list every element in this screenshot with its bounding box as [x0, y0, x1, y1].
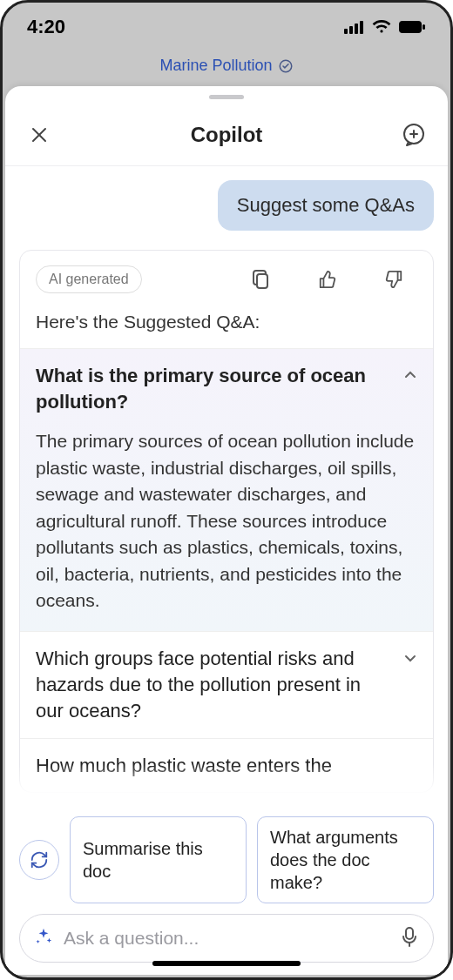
plus-chat-icon	[402, 123, 426, 147]
thumbs-up-button[interactable]	[313, 265, 342, 294]
close-icon	[29, 124, 50, 145]
battery-icon	[398, 20, 426, 34]
qa-item: What is the primary source of ocean poll…	[20, 348, 433, 631]
thumbs-down-button[interactable]	[379, 265, 409, 294]
chevron-up-icon	[403, 368, 417, 386]
ask-input[interactable]	[64, 928, 389, 949]
thumbs-down-icon	[384, 270, 403, 289]
card-header: AI generated	[20, 251, 433, 301]
thumbs-up-icon	[318, 270, 337, 289]
qa-question: What is the primary source of ocean poll…	[36, 363, 391, 414]
svg-rect-3	[360, 21, 363, 34]
device-frame: 4:20 Marine Pollution Copilot Suggest so…	[0, 0, 453, 980]
sheet-title: Copilot	[191, 123, 263, 147]
status-bar: 4:20	[3, 3, 450, 51]
mic-icon	[400, 926, 419, 947]
close-button[interactable]	[24, 120, 54, 150]
suggestion-chip-summarise[interactable]: Summarise this doc	[70, 816, 247, 903]
svg-rect-5	[423, 24, 425, 30]
wifi-icon	[372, 20, 391, 34]
ai-response-card: AI generated Here's the Suggested Q&A	[19, 250, 434, 793]
chevron-down-icon	[403, 651, 417, 668]
svg-rect-4	[399, 21, 422, 33]
qa-item: How much plastic waste enters the	[20, 738, 433, 793]
svg-rect-2	[355, 23, 358, 34]
footer: Summarise this doc What arguments does t…	[5, 808, 448, 975]
suggestion-row: Summarise this doc What arguments does t…	[19, 816, 434, 903]
status-indicators	[344, 20, 426, 34]
refresh-icon	[30, 850, 49, 869]
cloud-sync-icon	[278, 58, 294, 74]
conversation-area: Suggest some Q&As AI generated	[5, 166, 448, 808]
qa-toggle[interactable]: How much plastic waste enters the	[20, 739, 433, 793]
mic-button[interactable]	[400, 926, 419, 950]
status-time: 4:20	[27, 16, 65, 38]
qa-toggle[interactable]: Which groups face potential risks and ha…	[20, 632, 433, 737]
svg-rect-12	[257, 274, 267, 288]
copy-icon	[252, 269, 271, 290]
ask-input-container	[19, 914, 434, 963]
sparkle-icon	[34, 927, 53, 950]
qa-answer: The primary sources of ocean pollution i…	[20, 428, 433, 631]
qa-toggle[interactable]: What is the primary source of ocean poll…	[20, 349, 433, 428]
refresh-suggestions-button[interactable]	[19, 840, 59, 880]
svg-rect-13	[406, 928, 413, 939]
qa-question: Which groups face potential risks and ha…	[36, 646, 391, 723]
new-chat-button[interactable]	[399, 120, 429, 150]
svg-rect-1	[349, 26, 353, 34]
qa-item: Which groups face potential risks and ha…	[20, 631, 433, 737]
document-title: Marine Pollution	[159, 57, 272, 75]
sheet-grabber[interactable]	[209, 95, 244, 99]
ai-generated-badge: AI generated	[36, 265, 142, 293]
document-title-bar: Marine Pollution	[3, 51, 450, 87]
qa-question: How much plastic waste enters the	[36, 753, 417, 779]
sheet-header: Copilot	[5, 104, 448, 166]
card-actions	[247, 265, 409, 294]
copy-button[interactable]	[247, 265, 276, 294]
copilot-sheet: Copilot Suggest some Q&As AI generated	[5, 86, 448, 975]
svg-rect-0	[344, 29, 348, 34]
card-intro-text: Here's the Suggested Q&A:	[20, 301, 433, 348]
user-message-bubble: Suggest some Q&As	[218, 180, 434, 231]
home-indicator[interactable]	[152, 961, 301, 966]
suggestion-chip-arguments[interactable]: What arguments does the doc make?	[257, 816, 434, 903]
cellular-icon	[344, 20, 365, 34]
